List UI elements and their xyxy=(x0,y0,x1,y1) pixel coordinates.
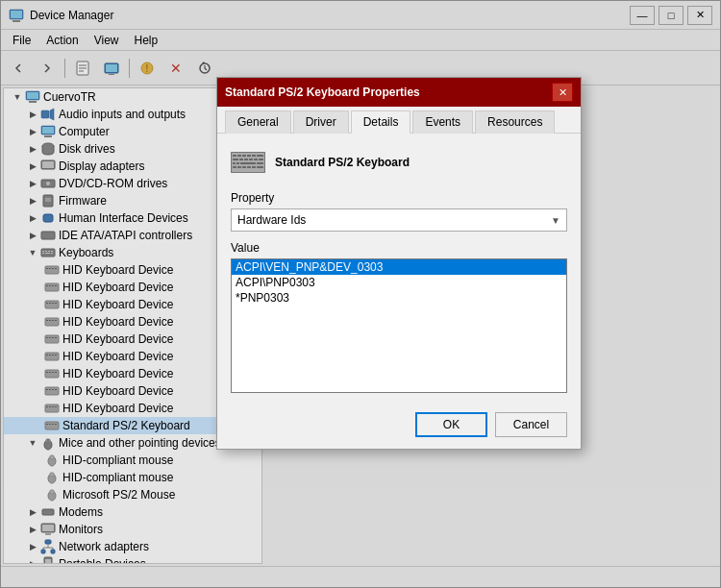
svg-rect-129 xyxy=(233,166,236,168)
dialog-tabs: General Driver Details Events Resources xyxy=(217,107,581,134)
svg-rect-126 xyxy=(236,162,239,164)
svg-rect-113 xyxy=(233,155,236,157)
svg-rect-133 xyxy=(252,166,256,168)
svg-rect-119 xyxy=(233,159,238,160)
value-item-0[interactable]: ACPI\VEN_PNP&DEV_0303 xyxy=(232,259,566,275)
svg-rect-124 xyxy=(259,159,263,160)
value-section-label: Value xyxy=(231,241,567,255)
svg-rect-118 xyxy=(257,155,263,157)
dialog-titlebar: Standard PS/2 Keyboard Properties ✕ xyxy=(217,78,581,107)
property-dropdown-value: Hardware Ids xyxy=(237,213,306,227)
tab-resources[interactable]: Resources xyxy=(475,110,555,134)
svg-rect-121 xyxy=(244,159,248,160)
value-item-2[interactable]: *PNP0303 xyxy=(232,290,566,306)
cancel-button[interactable]: Cancel xyxy=(495,412,567,437)
svg-rect-114 xyxy=(237,155,241,157)
modal-overlay: Standard PS/2 Keyboard Properties ✕ Gene… xyxy=(0,0,721,588)
svg-rect-128 xyxy=(257,162,263,164)
tab-driver[interactable]: Driver xyxy=(293,110,349,134)
svg-rect-122 xyxy=(249,159,253,160)
properties-dialog: Standard PS/2 Keyboard Properties ✕ Gene… xyxy=(216,77,582,450)
svg-rect-125 xyxy=(233,162,236,164)
device-header: Standard PS/2 Keyboard xyxy=(231,145,567,180)
property-dropdown[interactable]: Hardware Ids ▼ xyxy=(231,208,567,232)
svg-rect-131 xyxy=(242,166,246,168)
svg-rect-134 xyxy=(257,166,263,168)
dialog-close-button[interactable]: ✕ xyxy=(552,83,573,102)
tab-general[interactable]: General xyxy=(225,110,291,134)
svg-rect-130 xyxy=(237,166,241,168)
svg-rect-120 xyxy=(239,159,243,160)
value-item-1[interactable]: ACPI\PNP0303 xyxy=(232,275,566,290)
svg-rect-115 xyxy=(242,155,246,157)
dialog-content: Standard PS/2 Keyboard Property Hardware… xyxy=(217,134,581,404)
svg-rect-127 xyxy=(240,162,256,164)
device-icon-large xyxy=(231,145,265,180)
value-listbox[interactable]: ACPI\VEN_PNP&DEV_0303 ACPI\PNP0303 *PNP0… xyxy=(231,258,567,393)
tab-details[interactable]: Details xyxy=(351,110,411,134)
property-section-label: Property xyxy=(231,191,567,205)
svg-rect-132 xyxy=(247,166,251,168)
ok-button[interactable]: OK xyxy=(415,412,487,437)
dialog-title: Standard PS/2 Keyboard Properties xyxy=(225,86,552,99)
dropdown-arrow-icon: ▼ xyxy=(551,215,560,226)
tab-events[interactable]: Events xyxy=(412,110,473,134)
svg-rect-123 xyxy=(254,159,258,160)
svg-rect-116 xyxy=(247,155,251,157)
device-name: Standard PS/2 Keyboard xyxy=(275,156,410,169)
svg-rect-117 xyxy=(252,155,256,157)
dialog-buttons: OK Cancel xyxy=(217,404,581,449)
